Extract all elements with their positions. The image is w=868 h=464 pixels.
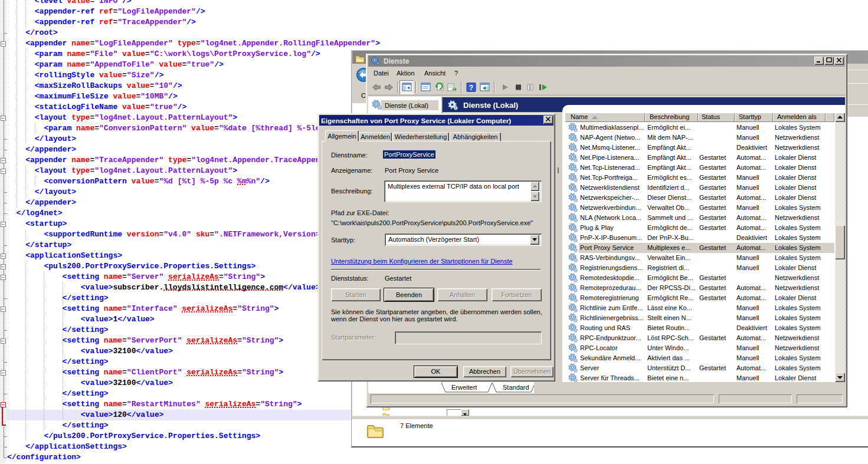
svg-text:Erweitert: Erweitert (451, 384, 477, 391)
svg-text:?: ? (469, 84, 473, 92)
svg-text:Standard: Standard (503, 384, 529, 391)
